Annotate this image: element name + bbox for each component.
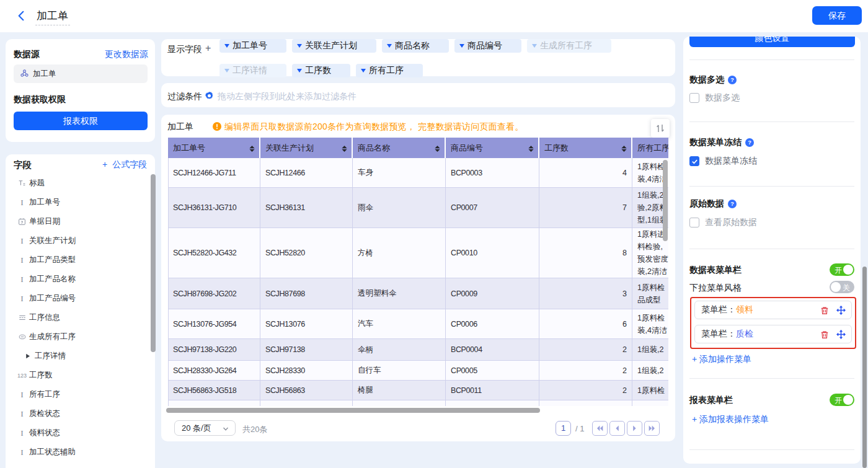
svg-text:?: ? bbox=[730, 77, 734, 83]
svg-text:?: ? bbox=[730, 201, 734, 207]
svg-text:?: ? bbox=[748, 139, 751, 146]
